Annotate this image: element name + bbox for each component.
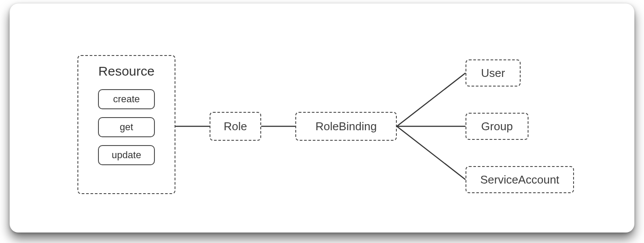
rolebinding-label: RoleBinding	[315, 120, 377, 133]
svg-line-4	[397, 126, 466, 180]
user-label: User	[481, 66, 505, 80]
role-box: Role	[210, 112, 261, 141]
verb-create: create	[98, 89, 155, 109]
serviceaccount-box: ServiceAccount	[466, 166, 574, 193]
role-label: Role	[224, 120, 247, 133]
verb-update: update	[98, 145, 155, 165]
rolebinding-box: RoleBinding	[295, 112, 397, 141]
resource-box: Resource create get update	[77, 55, 175, 194]
user-box: User	[466, 59, 521, 87]
group-box: Group	[466, 113, 528, 140]
resource-title: Resource	[98, 64, 154, 79]
verb-get: get	[98, 117, 155, 137]
group-label: Group	[481, 120, 513, 133]
serviceaccount-label: ServiceAccount	[480, 173, 560, 187]
diagram-card: Resource create get update Role RoleBind…	[10, 3, 634, 233]
svg-line-2	[397, 73, 466, 126]
